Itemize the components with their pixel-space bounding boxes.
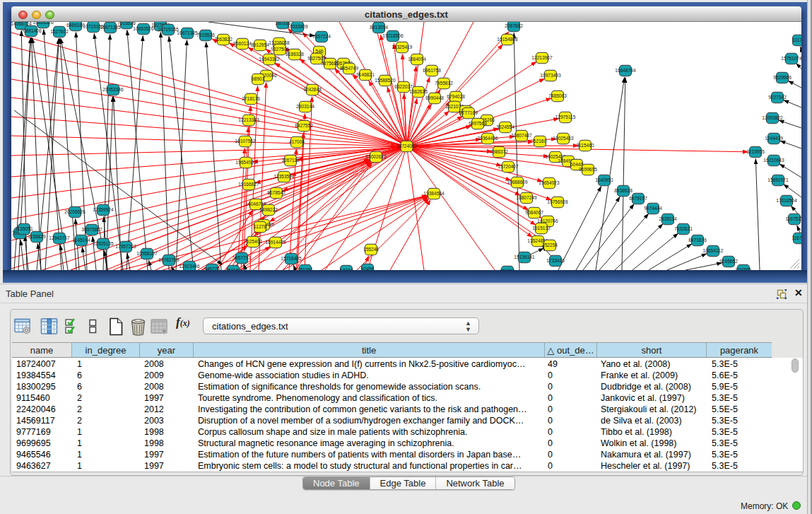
svg-text:1640951: 1640951 — [595, 177, 613, 182]
svg-text:12505135: 12505135 — [93, 241, 114, 246]
svg-text:20053346: 20053346 — [102, 87, 124, 92]
svg-text:16914479: 16914479 — [265, 240, 286, 245]
svg-text:6961758: 6961758 — [423, 68, 441, 73]
svg-text:12213383: 12213383 — [238, 117, 259, 122]
svg-text:18807249: 18807249 — [516, 195, 537, 200]
svg-text:1864094: 1864094 — [408, 57, 426, 62]
svg-text:8813054: 8813054 — [370, 25, 388, 30]
svg-text:12923446: 12923446 — [179, 264, 200, 269]
svg-text:10688609: 10688609 — [507, 180, 528, 185]
svg-text:98901: 98901 — [252, 76, 265, 81]
svg-text:20691406: 20691406 — [20, 28, 42, 33]
svg-text:8427552: 8427552 — [295, 123, 313, 128]
svg-text:16648784: 16648784 — [615, 68, 636, 73]
svg-text:10958107: 10958107 — [136, 251, 158, 256]
svg-text:7357224: 7357224 — [312, 34, 331, 39]
svg-text:9457791: 9457791 — [233, 255, 251, 260]
svg-text:1167533: 1167533 — [785, 216, 801, 221]
svg-text:19654923: 19654923 — [539, 180, 560, 185]
svg-text:16033809: 16033809 — [287, 24, 308, 29]
svg-text:12975115: 12975115 — [555, 115, 576, 119]
svg-text:19654923: 19654923 — [235, 160, 257, 165]
svg-text:7986372: 7986372 — [490, 149, 508, 154]
svg-text:12093822: 12093822 — [762, 115, 783, 120]
svg-text:11353594: 11353594 — [274, 174, 295, 179]
svg-text:15716485: 15716485 — [281, 256, 302, 261]
svg-text:1244419: 1244419 — [765, 136, 783, 141]
svg-text:1733426: 1733426 — [546, 258, 565, 263]
svg-text:1615132: 1615132 — [532, 226, 551, 230]
svg-text:17359924: 17359924 — [93, 207, 114, 212]
svg-text:60448: 60448 — [570, 162, 584, 167]
svg-text:9699695: 9699695 — [579, 167, 597, 172]
svg-text:6322037: 6322037 — [394, 84, 413, 89]
svg-text:2935114: 2935114 — [659, 216, 677, 221]
svg-text:20206526: 20206526 — [64, 209, 86, 214]
svg-text:7485063: 7485063 — [548, 93, 567, 98]
svg-text:8938928: 8938928 — [614, 188, 632, 193]
svg-text:23002613: 23002613 — [365, 154, 387, 159]
svg-text:2718176: 2718176 — [242, 96, 260, 101]
svg-text:19384554: 19384554 — [423, 191, 445, 196]
svg-text:15588520: 15588520 — [375, 78, 396, 83]
svg-text:17957223: 17957223 — [115, 244, 136, 249]
svg-text:9529966: 9529966 — [773, 75, 792, 80]
svg-text:7515526: 7515526 — [196, 33, 215, 37]
svg-text:10654112: 10654112 — [703, 248, 724, 253]
svg-text:10653526: 10653526 — [33, 22, 54, 25]
svg-text:16154808: 16154808 — [497, 37, 518, 42]
svg-text:18724007: 18724007 — [396, 144, 418, 148]
svg-text:7515526: 7515526 — [117, 22, 136, 25]
svg-text:10719155: 10719155 — [158, 27, 179, 32]
svg-text:9777169: 9777169 — [459, 110, 478, 115]
svg-text:15136141: 15136141 — [514, 255, 535, 259]
svg-text:16543382: 16543382 — [259, 57, 280, 62]
svg-text:16107552: 16107552 — [235, 139, 256, 144]
svg-text:2803144: 2803144 — [296, 104, 314, 109]
svg-text:19756928: 19756928 — [547, 199, 568, 204]
svg-text:8186328: 8186328 — [286, 52, 304, 57]
svg-text:7955812: 7955812 — [435, 81, 453, 86]
svg-text:9084067: 9084067 — [525, 210, 543, 215]
svg-text:1135051: 1135051 — [15, 226, 33, 231]
svg-text:116753: 116753 — [792, 235, 801, 240]
svg-text:11325419: 11325419 — [392, 45, 413, 49]
svg-text:16782759: 16782759 — [158, 257, 180, 262]
svg-text:1527602: 1527602 — [50, 29, 69, 34]
svg-text:7663822: 7663822 — [214, 37, 233, 42]
svg-text:15751074: 15751074 — [781, 56, 801, 61]
svg-text:9227342: 9227342 — [768, 95, 787, 100]
svg-text:3267110: 3267110 — [281, 158, 300, 163]
svg-text:2087682: 2087682 — [505, 23, 523, 28]
svg-text:62160: 62160 — [534, 139, 547, 144]
svg-text:417004: 417004 — [289, 139, 305, 144]
svg-text:10807487: 10807487 — [511, 133, 532, 138]
svg-text:17016504: 17016504 — [776, 198, 797, 203]
svg-text:16671385: 16671385 — [177, 30, 198, 35]
svg-text:15692971: 15692971 — [767, 177, 789, 182]
svg-text:12213967: 12213967 — [531, 55, 553, 60]
svg-text:10025433: 10025433 — [553, 136, 574, 141]
svg-text:1156829: 1156829 — [28, 234, 46, 239]
svg-text:6794028: 6794028 — [447, 94, 465, 99]
svg-text:9146821: 9146821 — [356, 72, 375, 77]
svg-text:8454749: 8454749 — [340, 66, 358, 71]
svg-text:9327508: 9327508 — [307, 56, 326, 61]
svg-text:7625402: 7625402 — [244, 239, 262, 244]
svg-text:8660124: 8660124 — [233, 41, 252, 46]
svg-text:7632621: 7632621 — [674, 226, 693, 231]
svg-text:1362615: 1362615 — [409, 89, 428, 94]
svg-text:30975867: 30975867 — [81, 227, 102, 232]
svg-text:16210643: 16210643 — [763, 158, 784, 163]
svg-text:9115460: 9115460 — [576, 143, 594, 148]
svg-text:6497568: 6497568 — [469, 121, 487, 126]
svg-text:9474444: 9474444 — [644, 206, 662, 211]
svg-text:6479197: 6479197 — [629, 196, 647, 201]
svg-text:10973493: 10973493 — [540, 73, 561, 78]
svg-text:252254: 252254 — [542, 243, 558, 247]
svg-text:3215955: 3215955 — [746, 149, 765, 154]
svg-text:19166827: 19166827 — [238, 182, 259, 187]
svg-text:9242848: 9242848 — [303, 87, 322, 92]
svg-text:8471676: 8471676 — [688, 238, 707, 243]
svg-text:8678542: 8678542 — [267, 190, 286, 195]
